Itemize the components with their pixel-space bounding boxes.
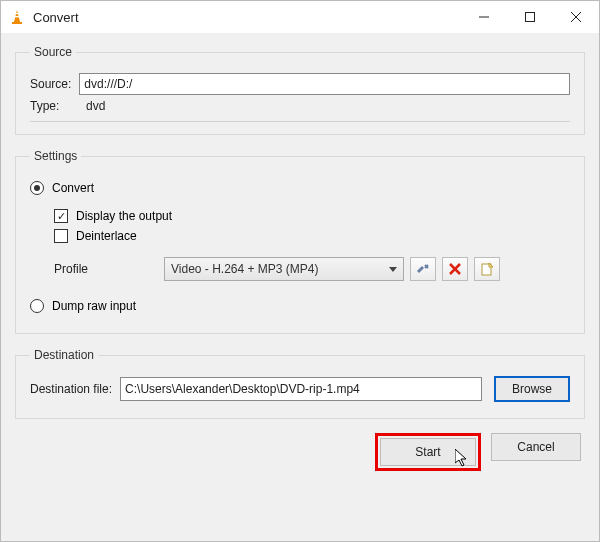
- settings-legend: Settings: [30, 149, 81, 163]
- start-highlight: Start: [375, 433, 481, 471]
- browse-button[interactable]: Browse: [494, 376, 570, 402]
- source-input[interactable]: [79, 73, 570, 95]
- radio-icon: [30, 181, 44, 195]
- destination-group: Destination Destination file: Browse: [15, 348, 585, 419]
- chevron-down-icon: [389, 267, 397, 272]
- dialog-body: Source Source: Type: dvd Settings Conver…: [1, 33, 599, 541]
- checkbox-icon: ✓: [54, 209, 68, 223]
- type-label: Type:: [30, 99, 78, 113]
- profile-combobox[interactable]: Video - H.264 + MP3 (MP4): [164, 257, 404, 281]
- profile-row: Profile Video - H.264 + MP3 (MP4): [54, 257, 570, 281]
- svg-rect-2: [14, 16, 19, 17]
- edit-profile-button[interactable]: [410, 257, 436, 281]
- source-group: Source Source: Type: dvd: [15, 45, 585, 135]
- type-value: dvd: [86, 99, 105, 113]
- footer: Start Cancel: [15, 427, 585, 471]
- dump-radio-label: Dump raw input: [52, 299, 136, 313]
- window-controls: [461, 2, 599, 32]
- display-output-checkbox[interactable]: ✓ Display the output: [54, 209, 570, 223]
- svg-rect-1: [15, 13, 19, 14]
- svg-rect-3: [12, 22, 22, 24]
- destination-input[interactable]: [120, 377, 482, 401]
- source-legend: Source: [30, 45, 76, 59]
- settings-group: Settings Convert ✓ Display the output De…: [15, 149, 585, 334]
- new-profile-button[interactable]: [474, 257, 500, 281]
- wrench-icon: [416, 262, 430, 276]
- minimize-button[interactable]: [461, 2, 507, 32]
- start-button[interactable]: Start: [380, 438, 476, 466]
- profile-label: Profile: [54, 262, 164, 276]
- dump-radio[interactable]: Dump raw input: [30, 299, 570, 313]
- cancel-button[interactable]: Cancel: [491, 433, 581, 461]
- checkbox-icon: [54, 229, 68, 243]
- deinterlace-label: Deinterlace: [76, 229, 137, 243]
- convert-dialog: Convert Source Source: Type: dvd: [0, 0, 600, 542]
- display-output-label: Display the output: [76, 209, 172, 223]
- svg-rect-5: [526, 13, 535, 22]
- convert-radio-label: Convert: [52, 181, 94, 195]
- titlebar: Convert: [1, 1, 599, 33]
- maximize-button[interactable]: [507, 2, 553, 32]
- destination-label: Destination file:: [30, 382, 112, 396]
- profile-value: Video - H.264 + MP3 (MP4): [171, 262, 389, 276]
- destination-legend: Destination: [30, 348, 98, 362]
- close-button[interactable]: [553, 2, 599, 32]
- new-file-icon: [480, 262, 494, 276]
- browse-label: Browse: [512, 382, 552, 396]
- start-label: Start: [415, 445, 440, 459]
- source-label: Source:: [30, 77, 71, 91]
- convert-radio[interactable]: Convert: [30, 181, 570, 195]
- delete-profile-button[interactable]: [442, 257, 468, 281]
- vlc-cone-icon: [9, 9, 25, 25]
- window-title: Convert: [33, 10, 461, 25]
- x-icon: [449, 263, 461, 275]
- separator: [30, 121, 570, 122]
- radio-icon: [30, 299, 44, 313]
- deinterlace-checkbox[interactable]: Deinterlace: [54, 229, 570, 243]
- cancel-label: Cancel: [517, 440, 554, 454]
